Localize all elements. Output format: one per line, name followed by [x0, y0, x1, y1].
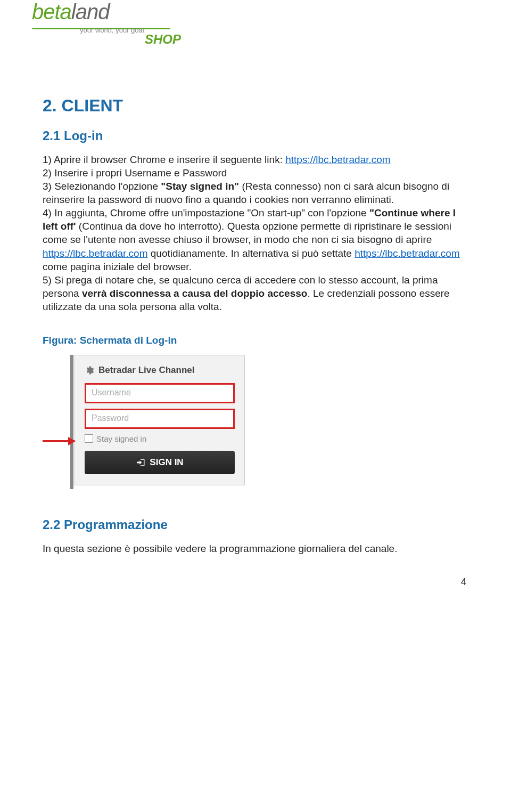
gear-icon [85, 366, 94, 375]
text: 1) Aprire il browser Chrome e inserire i… [43, 154, 285, 165]
signin-arrow-icon [136, 458, 145, 467]
login-box: Betradar Live Channel Username Password … [75, 355, 245, 485]
login-screenshot: Betradar Live Channel Username Password … [75, 355, 468, 485]
text: quotidianamente. In alternativa si può s… [148, 248, 355, 259]
heading-programmazione: 2.2 Programmazione [43, 517, 468, 532]
body-text: 1) Aprire il browser Chrome e inserire i… [43, 153, 468, 313]
bold-stay-signed: "Stay signed in" [161, 181, 239, 192]
link-lbc-3[interactable]: https://lbc.betradar.com [355, 248, 460, 259]
heading-login: 2.1 Log-in [43, 128, 468, 143]
password-field[interactable]: Password [85, 409, 235, 429]
password-placeholder: Password [92, 413, 129, 423]
text: 4) In aggiunta, Chrome offre un'impostaz… [43, 207, 369, 218]
scrollbar-mock [70, 355, 73, 489]
logo-shop: SHOP [32, 32, 181, 47]
stay-signed-label: Stay signed in [96, 434, 146, 443]
logo-part1: beta [32, 0, 71, 23]
link-lbc-2[interactable]: https://lbc.betradar.com [43, 248, 148, 259]
username-field[interactable]: Username [85, 383, 235, 403]
text: (Continua da dove ho interrotto). Questa… [43, 221, 451, 245]
annotation-arrow [43, 440, 75, 442]
page-number: 4 [43, 576, 468, 588]
link-lbc-1[interactable]: https://lbc.betradar.com [285, 154, 391, 165]
stay-signed-row[interactable]: Stay signed in [85, 434, 235, 443]
username-placeholder: Username [92, 388, 131, 397]
prog-text: In questa sezione è possibile vedere la … [43, 542, 468, 555]
text: 2) Inserire i propri Username e Password [43, 167, 227, 178]
figure-label: Figura: Schermata di Log-in [43, 335, 468, 346]
sign-in-button[interactable]: SIGN IN [85, 451, 235, 474]
logo: betaland your world, your goal SHOP [32, 0, 181, 47]
heading-client: 2. CLIENT [43, 96, 468, 116]
login-title-row: Betradar Live Channel [85, 365, 235, 376]
stay-signed-checkbox[interactable] [85, 434, 93, 443]
text: come pagina iniziale del browser. [43, 261, 192, 272]
logo-part2: land [71, 0, 110, 23]
text: 3) Selezionando l'opzione [43, 181, 161, 192]
bold-disconnect: verrà disconnessa a causa del doppio acc… [82, 288, 307, 299]
login-title: Betradar Live Channel [98, 365, 194, 376]
sign-in-label: SIGN IN [150, 457, 183, 468]
